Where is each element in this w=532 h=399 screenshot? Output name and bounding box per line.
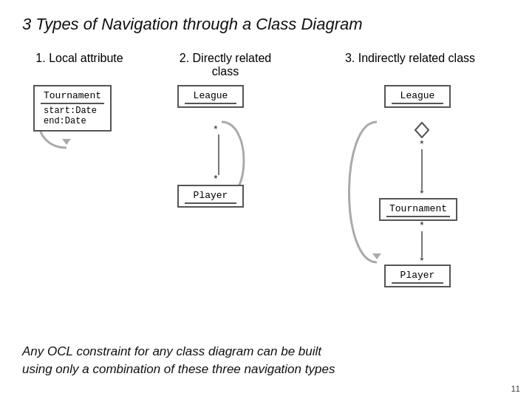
col3-mult3: * [419, 220, 425, 231]
col2-class-name: League [185, 89, 236, 104]
diagram-area: 1. Local attribute 2. Directly related c… [22, 52, 510, 273]
diamond-svg [415, 122, 429, 138]
svg-marker-2 [372, 253, 381, 259]
col2-player-class-name: Player [185, 188, 236, 204]
svg-marker-0 [62, 139, 71, 145]
col1-attr1: start:Date [44, 106, 101, 116]
bottom-text-line2: using only a combination of these three … [22, 361, 510, 378]
col3-vert-line1 [421, 149, 423, 190]
col3-tournament-box: Tournament [379, 198, 457, 221]
col3-tournament-class-name: Tournament [386, 202, 450, 217]
col2-vert-line [218, 134, 219, 175]
col3-mult1: * [419, 139, 425, 150]
col3-player-class-box: Player [384, 265, 451, 287]
col3-league-class-name: League [392, 89, 443, 104]
col1-attr2: end:Date [44, 116, 101, 126]
col1-class-name: Tournament [41, 89, 104, 104]
col3-tournament-class-box: Tournament [379, 198, 457, 221]
bottom-text-line1: Any OCL constraint for any class diagram… [22, 343, 510, 361]
col2-mult-bottom: * [213, 174, 219, 185]
col3-league-box: League [384, 85, 451, 108]
col2-player-class-box: Player [177, 185, 244, 208]
col2-mult-top: * [213, 124, 219, 135]
col2-class-box: League [177, 85, 244, 108]
col1-label: 1. Local attribute [22, 52, 137, 65]
col3-label: 3. Indirectly related class [329, 52, 491, 65]
col3-player-class-name: Player [392, 268, 443, 284]
col1-tournament-box: Tournament start:Date end:Date [33, 85, 112, 132]
col3-league-class-box: League [384, 85, 451, 108]
page-title: 3 Types of Navigation through a Class Di… [22, 15, 510, 34]
col2-player-box: Player [177, 185, 244, 208]
page: 3 Types of Navigation through a Class Di… [0, 0, 532, 399]
bottom-text: Any OCL constraint for any class diagram… [22, 343, 510, 378]
col1-class-attrs: start:Date end:Date [41, 104, 104, 128]
col1-class-box: Tournament start:Date end:Date [33, 85, 112, 132]
page-number: 11 [511, 384, 520, 393]
svg-marker-3 [415, 123, 429, 137]
col2-league-box: League [177, 85, 244, 108]
col2-label: 2. Directly related class [166, 52, 284, 78]
col3-vert-line2 [421, 231, 423, 257]
col3-player-box: Player [384, 265, 451, 287]
